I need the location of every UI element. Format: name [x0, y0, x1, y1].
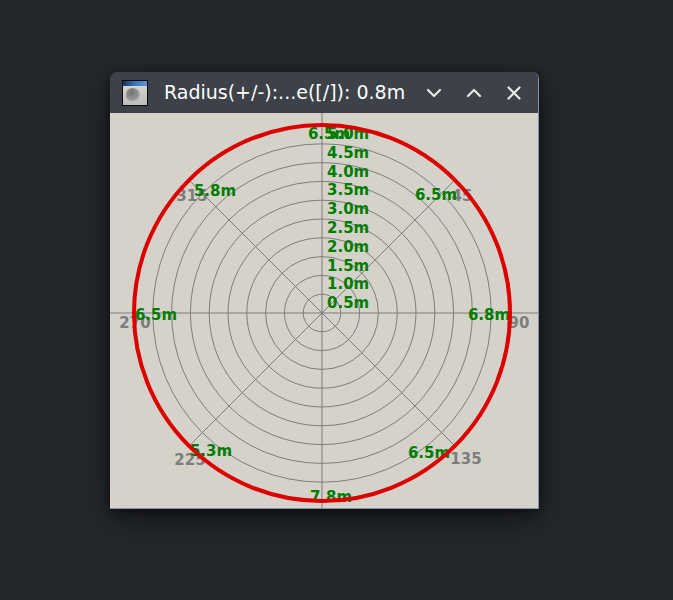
window-titlebar[interactable]: Radius(+/-):...e([/]): 0.8m: [110, 72, 538, 113]
close-x-icon: [503, 82, 525, 104]
app-window-icon: [122, 80, 148, 106]
reading-label-315deg: 5.8m: [194, 182, 236, 200]
ring-radius-labels: 0.5m 1.0m 1.5m 2.0m 2.5m 3.0m 3.5m 4.0m …: [327, 125, 369, 312]
window-controls: [422, 81, 526, 105]
ring-label-0.5m: 0.5m: [327, 294, 369, 312]
reading-label-90deg: 6.8m: [468, 306, 510, 324]
window-title: Radius(+/-):...e([/]): 0.8m: [164, 72, 414, 113]
app-icon-image: [126, 88, 140, 101]
polar-chart: 45 90 135 225 270 315 6.5m 6.5m 6.8m 6.5…: [110, 113, 538, 508]
ring-label-1.0m: 1.0m: [327, 275, 369, 293]
ring-label-4.5m: 4.5m: [327, 144, 369, 162]
ring-label-2.5m: 2.5m: [327, 219, 369, 237]
ring-label-2.0m: 2.0m: [327, 238, 369, 256]
reading-label-45deg: 6.5m: [415, 186, 457, 204]
ring-label-1.5m: 1.5m: [327, 257, 369, 275]
shade-button[interactable]: [422, 81, 446, 105]
ring-label-3.5m: 3.5m: [327, 181, 369, 199]
angle-labels: 45 90 135 225 270 315: [119, 187, 529, 469]
reading-label-135deg: 6.5m: [408, 444, 450, 462]
maximize-button[interactable]: [462, 81, 486, 105]
angle-label-135: 135: [450, 450, 481, 468]
polar-range-display: 45 90 135 225 270 315 6.5m 6.5m 6.8m 6.5…: [110, 113, 538, 508]
app-window: Radius(+/-):...e([/]): 0.8m: [110, 72, 539, 509]
app-icon-titlebar-stripe: [123, 81, 147, 86]
close-button[interactable]: [502, 81, 526, 105]
chevron-up-icon: [463, 82, 485, 104]
chevron-down-icon: [423, 82, 445, 104]
reading-label-270deg: 6.5m: [135, 306, 177, 324]
reading-label-180deg: 7.8m: [310, 488, 352, 506]
ring-label-4.0m: 4.0m: [327, 163, 369, 181]
ring-label-3.0m: 3.0m: [327, 200, 369, 218]
desktop-background: Radius(+/-):...e([/]): 0.8m: [0, 0, 673, 600]
